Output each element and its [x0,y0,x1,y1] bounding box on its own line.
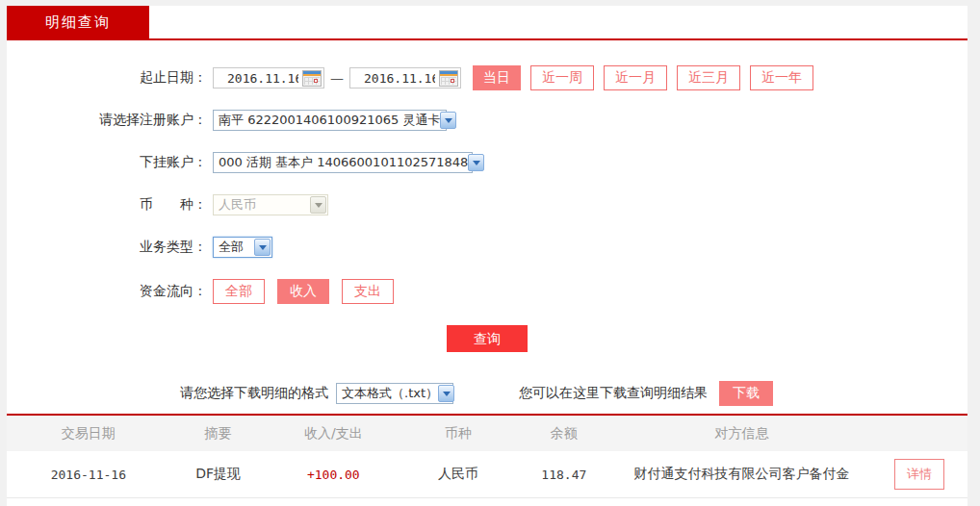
business-type-value: 全部 [219,239,244,256]
sub-account-row: 下挂账户： 000 活期 基本户 1406600101102571848 [7,152,967,173]
header-summary: 摘要 [170,425,267,443]
query-button[interactable]: 查询 [447,325,528,352]
chevron-down-icon[interactable] [440,112,456,129]
cell-amount: +100.00 [266,468,400,482]
flow-income-button[interactable]: 收入 [277,279,329,304]
calendar-icon[interactable] [302,70,322,87]
register-account-value: 南平 6222001406100921065 灵通卡 [219,112,440,129]
sub-account-label: 下挂账户： [7,154,207,171]
business-type-row: 业务类型： 全部 [7,237,967,258]
cell-summary: DF提现 [170,466,267,483]
header-counterparty: 对方信息 [612,425,871,443]
start-date-input[interactable] [214,68,298,88]
cell-currency: 人民币 [400,466,516,483]
detail-button[interactable]: 详情 [894,459,944,490]
table-header-row: 交易日期 摘要 收入/支出 币种 余额 对方信息 [7,416,967,451]
download-format-label: 请您选择下载明细的格式 [180,385,328,402]
calendar-icon-dot [314,79,318,83]
chevron-down-icon[interactable] [254,239,271,256]
register-account-select[interactable]: 南平 6222001406100921065 灵通卡 [213,110,447,131]
quick-range-buttons: 当日 近一周 近一月 近三月 近一年 [473,65,823,90]
calendar-icon[interactable] [439,70,458,87]
results-table: 交易日期 摘要 收入/支出 币种 余额 对方信息 2016-11-16 DF提现… [7,414,967,498]
fund-flow-label: 资金流向： [7,283,207,300]
date-range-label: 起止日期： [7,69,207,87]
date-separator: — [330,70,344,86]
cell-balance: 118.47 [516,468,612,482]
chevron-down-icon[interactable] [468,154,484,171]
calendar-icon-dot [451,79,454,83]
range-week-button[interactable]: 近一周 [530,65,594,90]
sub-account-select[interactable]: 000 活期 基本户 1406600101102571848 [213,152,473,173]
flow-all-button[interactable]: 全部 [213,279,265,304]
currency-row: 币 种： 人民币 [7,194,967,215]
table-row: 2016-11-16 DF提现 +100.00 人民币 118.47 财付通支付… [7,451,967,498]
sub-account-value: 000 活期 基本户 1406600101102571848 [219,154,468,171]
download-hint: 您可以在这里下载查询明细结果 [519,385,708,402]
start-date-field[interactable] [213,67,324,89]
header-balance: 余额 [516,425,612,443]
range-today-button[interactable]: 当日 [473,65,521,90]
cell-action: 详情 [871,459,967,490]
calendar-icon-header [440,71,457,76]
currency-value: 人民币 [219,196,256,214]
register-account-label: 请选择注册账户： [7,112,207,129]
header-amount: 收入/支出 [266,425,400,443]
fund-flow-row: 资金流向： 全部 收入 支出 [7,279,967,304]
flow-expense-button[interactable]: 支出 [342,279,394,304]
range-month-button[interactable]: 近一月 [604,65,667,90]
query-button-row: 查询 [7,325,967,352]
register-account-row: 请选择注册账户： 南平 6222001406100921065 灵通卡 [7,110,967,131]
download-format-value: 文本格式（.txt） [342,385,438,402]
tab-bar: 明细查询 [7,6,967,38]
currency-select: 人民币 [213,194,328,215]
download-format-select[interactable]: 文本格式（.txt） [336,383,453,404]
header-trade-date: 交易日期 [7,425,170,443]
range-quarter-button[interactable]: 近三月 [677,65,740,90]
cell-trade-date: 2016-11-16 [7,468,170,482]
header-currency: 币种 [400,425,516,443]
business-type-label: 业务类型： [7,239,207,256]
currency-label: 币 种： [7,196,207,214]
download-row: 请您选择下载明细的格式 文本格式（.txt） 您可以在这里下载查询明细结果 下载 [7,381,967,406]
chevron-down-icon[interactable] [438,385,454,402]
content-panel: 明细查询 起止日期： — 当日 近一周 近一月 近三月 近一年 [7,6,967,506]
date-range-row: 起止日期： — 当日 近一周 近一月 近三月 近一年 [7,67,967,89]
business-type-select[interactable]: 全部 [213,237,272,258]
end-date-input[interactable] [350,68,435,88]
calendar-icon-header [303,71,321,76]
tab-detail-query[interactable]: 明细查询 [7,6,149,38]
end-date-field[interactable] [349,67,461,89]
cell-counterparty: 财付通支付科技有限公司客户备付金 [612,466,871,483]
chevron-down-icon [310,196,326,214]
download-button[interactable]: 下载 [719,381,773,406]
range-year-button[interactable]: 近一年 [750,65,813,90]
query-form: 起止日期： — 当日 近一周 近一月 近三月 近一年 请选择注册账户： 南平 [7,40,967,498]
